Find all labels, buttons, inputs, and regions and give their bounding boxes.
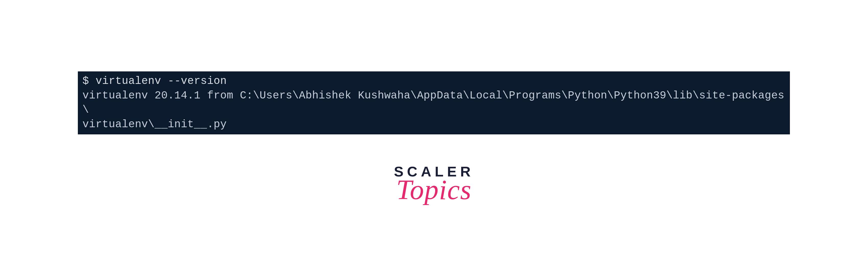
prompt-symbol: $ bbox=[83, 75, 89, 87]
logo-text-topics: Topics bbox=[394, 174, 474, 206]
terminal-command: virtualenv --version bbox=[95, 75, 227, 87]
terminal-output-line-2: virtualenv\__init__.py bbox=[83, 117, 785, 132]
terminal-output-line-1: virtualenv 20.14.1 from C:\Users\Abhishe… bbox=[83, 89, 785, 117]
scaler-topics-logo: SCALER Topics bbox=[394, 163, 474, 206]
terminal-command-line: $ virtualenv --version bbox=[83, 74, 785, 89]
terminal-window[interactable]: $ virtualenv --version virtualenv 20.14.… bbox=[78, 71, 790, 134]
